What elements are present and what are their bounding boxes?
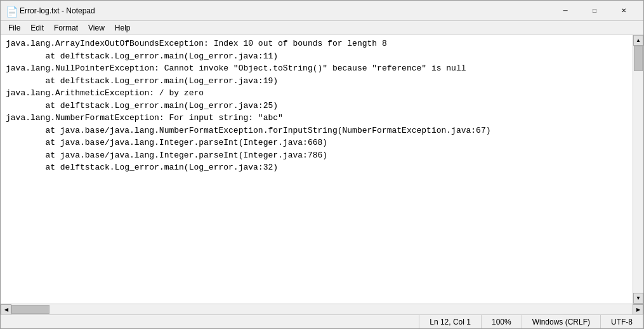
menu-format[interactable]: Format [49,22,83,34]
menu-view[interactable]: View [83,22,110,34]
bottom-area: ◀ ▶ Ln 12, Col 1 100% Windows (CRLF) UTF… [1,304,643,328]
scroll-h-thumb[interactable] [11,305,49,314]
scroll-left-button[interactable]: ◀ [1,304,11,315]
scroll-up-button[interactable]: ▲ [633,35,643,46]
window-title: Error-log.txt - Notepad [20,6,551,15]
status-line-ending: Windows (CRLF) [522,315,601,328]
menu-file[interactable]: File [3,22,25,34]
scroll-h-track[interactable] [11,304,633,314]
title-bar: 📄 Error-log.txt - Notepad ─ □ ✕ [1,1,643,21]
scroll-thumb[interactable] [634,46,643,71]
vertical-scrollbar[interactable]: ▲ ▼ [633,35,643,304]
text-editor[interactable] [1,35,633,304]
minimize-button[interactable]: ─ [551,1,580,21]
status-bar: Ln 12, Col 1 100% Windows (CRLF) UTF-8 [1,314,643,328]
status-zoom: 100% [482,315,522,328]
app-icon: 📄 [6,6,16,16]
scroll-track[interactable] [633,46,643,293]
notepad-window: 📄 Error-log.txt - Notepad ─ □ ✕ File Edi… [0,0,644,329]
horizontal-scrollbar[interactable]: ◀ ▶ [1,304,643,314]
maximize-button[interactable]: □ [580,1,609,21]
status-empty [1,315,419,328]
menu-help[interactable]: Help [110,22,136,34]
window-controls: ─ □ ✕ [551,1,638,21]
menu-edit[interactable]: Edit [25,22,49,34]
status-position: Ln 12, Col 1 [419,315,482,328]
scroll-right-button[interactable]: ▶ [633,304,643,315]
scroll-down-button[interactable]: ▼ [633,293,643,304]
status-encoding: UTF-8 [601,315,643,328]
close-button[interactable]: ✕ [609,1,638,21]
editor-area: ▲ ▼ [1,35,643,304]
menu-bar: File Edit Format View Help [1,21,643,35]
